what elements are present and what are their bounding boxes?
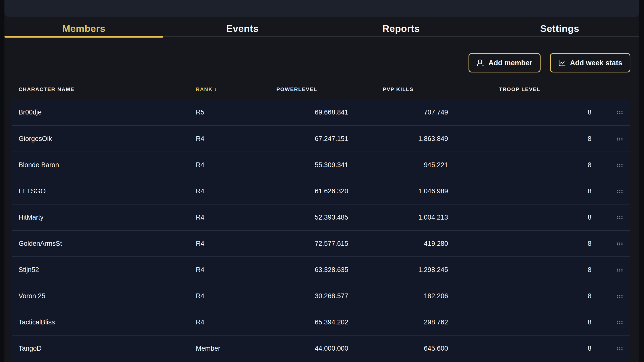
cell-pvp-kills: 1.863.849 bbox=[348, 135, 448, 143]
cell-pvp-kills: 645.600 bbox=[348, 345, 448, 352]
column-header-pvp-kills[interactable]: PVP KILLS bbox=[348, 86, 448, 92]
table-row[interactable]: HitMarty R4 52.393.485 1.004.213 8 bbox=[12, 204, 630, 230]
cell-character-name: TangoD bbox=[18, 345, 196, 352]
cell-pvp-kills: 1.004.213 bbox=[348, 214, 448, 221]
grip-dots-icon[interactable] bbox=[616, 319, 623, 326]
cell-rank: R4 bbox=[196, 319, 245, 326]
cell-powerlevel: 65.394.202 bbox=[245, 319, 348, 326]
cell-troop-level: 8 bbox=[448, 266, 591, 274]
cell-troop-level: 8 bbox=[448, 109, 591, 116]
cell-character-name: Stijn52 bbox=[18, 266, 196, 274]
tab-members[interactable]: Members bbox=[4, 21, 163, 36]
table-header-row: CHARACTER NAME RANK↓ POWERLEVEL PVP KILL… bbox=[12, 80, 630, 99]
cell-pvp-kills: 419.280 bbox=[348, 240, 448, 248]
cell-rank: R4 bbox=[196, 266, 245, 274]
cell-powerlevel: 67.247.151 bbox=[245, 135, 348, 143]
sort-desc-arrow-icon: ↓ bbox=[214, 86, 217, 92]
grip-dots-icon[interactable] bbox=[616, 292, 623, 300]
column-header-troop-level[interactable]: TROOP LEVEL bbox=[448, 86, 591, 92]
cell-actions bbox=[591, 266, 624, 274]
cell-rank: R4 bbox=[196, 187, 245, 195]
column-header-character-name[interactable]: CHARACTER NAME bbox=[18, 86, 196, 92]
grip-dots-icon[interactable] bbox=[616, 266, 623, 274]
cell-troop-level: 8 bbox=[448, 161, 591, 169]
cell-pvp-kills: 182.206 bbox=[348, 292, 448, 300]
cell-rank: R4 bbox=[196, 135, 245, 143]
grip-dots-icon[interactable] bbox=[616, 109, 623, 116]
table-row[interactable]: Voron 25 R4 30.268.577 182.206 8 bbox=[12, 283, 630, 309]
line-chart-icon bbox=[558, 59, 566, 67]
table-row[interactable]: Stijn52 R4 63.328.635 1.298.245 8 bbox=[12, 256, 630, 283]
cell-actions bbox=[591, 240, 624, 248]
cell-actions bbox=[591, 292, 624, 300]
grip-dots-icon[interactable] bbox=[616, 240, 623, 248]
toolbar: Add member Add week stats bbox=[4, 53, 639, 72]
cell-rank: R4 bbox=[196, 240, 245, 248]
grip-dots-icon[interactable] bbox=[616, 161, 623, 169]
cell-troop-level: 8 bbox=[448, 214, 591, 221]
cell-troop-level: 8 bbox=[448, 187, 591, 195]
cell-rank: Member bbox=[196, 345, 245, 352]
table-row[interactable]: TacticalBliss R4 65.394.202 298.762 8 bbox=[12, 309, 630, 335]
grip-dots-icon[interactable] bbox=[616, 214, 623, 221]
cell-troop-level: 8 bbox=[448, 345, 591, 352]
cell-character-name: HitMarty bbox=[18, 214, 196, 221]
cell-character-name: LETSGO bbox=[18, 187, 196, 195]
cell-powerlevel: 61.626.320 bbox=[245, 187, 348, 195]
cell-rank: R4 bbox=[196, 292, 245, 300]
app-window: Members Events Reports Settings Add memb… bbox=[4, 0, 639, 362]
grip-dots-icon[interactable] bbox=[616, 135, 623, 143]
cell-actions bbox=[591, 135, 624, 143]
table-body: Br00dje R5 69.668.841 707.749 8 bbox=[12, 99, 630, 361]
add-member-button[interactable]: Add member bbox=[468, 53, 540, 72]
column-header-powerlevel[interactable]: POWERLEVEL bbox=[245, 86, 348, 92]
cell-actions bbox=[591, 161, 624, 169]
cell-powerlevel: 44.000.000 bbox=[245, 345, 348, 352]
cell-character-name: GoldenArmsSt bbox=[18, 240, 196, 248]
cell-actions bbox=[591, 345, 624, 352]
add-member-label: Add member bbox=[488, 59, 532, 67]
cell-actions bbox=[591, 109, 624, 116]
cell-pvp-kills: 945.221 bbox=[348, 161, 448, 169]
user-plus-icon bbox=[477, 59, 484, 67]
cell-actions bbox=[591, 214, 624, 221]
cell-powerlevel: 72.577.615 bbox=[245, 240, 348, 248]
tab-settings[interactable]: Settings bbox=[480, 21, 639, 36]
tab-bar: Members Events Reports Settings bbox=[4, 21, 639, 37]
table-row[interactable]: Blonde Baron R4 55.309.341 945.221 8 bbox=[12, 152, 630, 178]
table-row[interactable]: Br00dje R5 69.668.841 707.749 8 bbox=[12, 99, 630, 125]
cell-pvp-kills: 1.046.989 bbox=[348, 187, 448, 195]
cell-pvp-kills: 298.762 bbox=[348, 319, 448, 326]
table-row[interactable]: GoldenArmsSt R4 72.577.615 419.280 8 bbox=[12, 230, 630, 256]
cell-character-name: TacticalBliss bbox=[18, 319, 196, 326]
cell-actions bbox=[591, 187, 624, 195]
cell-powerlevel: 52.393.485 bbox=[245, 214, 348, 221]
grip-dots-icon[interactable] bbox=[616, 187, 623, 195]
tab-events[interactable]: Events bbox=[163, 21, 322, 36]
cell-character-name: Blonde Baron bbox=[18, 161, 196, 169]
cell-rank: R4 bbox=[196, 214, 245, 221]
cell-pvp-kills: 707.749 bbox=[348, 109, 448, 116]
cell-character-name: GiorgosOik bbox=[18, 135, 196, 143]
cell-troop-level: 8 bbox=[448, 319, 591, 326]
top-window-bar bbox=[4, 0, 639, 17]
members-table: CHARACTER NAME RANK↓ POWERLEVEL PVP KILL… bbox=[12, 80, 630, 361]
tab-reports[interactable]: Reports bbox=[322, 21, 480, 36]
cell-troop-level: 8 bbox=[448, 292, 591, 300]
cell-powerlevel: 69.668.841 bbox=[245, 109, 348, 116]
cell-powerlevel: 30.268.577 bbox=[245, 292, 348, 300]
cell-character-name: Voron 25 bbox=[18, 292, 196, 300]
cell-rank: R5 bbox=[196, 109, 245, 116]
grip-dots-icon[interactable] bbox=[616, 345, 623, 352]
cell-troop-level: 8 bbox=[448, 135, 591, 143]
cell-powerlevel: 55.309.341 bbox=[245, 161, 348, 169]
table-row[interactable]: LETSGO R4 61.626.320 1.046.989 8 bbox=[12, 178, 630, 204]
cell-powerlevel: 63.328.635 bbox=[245, 266, 348, 274]
column-header-rank[interactable]: RANK↓ bbox=[196, 86, 245, 92]
cell-character-name: Br00dje bbox=[18, 109, 196, 116]
add-week-stats-button[interactable]: Add week stats bbox=[550, 53, 630, 72]
table-row[interactable]: TangoD Member 44.000.000 645.600 8 bbox=[12, 335, 630, 361]
table-row[interactable]: GiorgosOik R4 67.247.151 1.863.849 8 bbox=[12, 125, 630, 152]
cell-troop-level: 8 bbox=[448, 240, 591, 248]
cell-pvp-kills: 1.298.245 bbox=[348, 266, 448, 274]
